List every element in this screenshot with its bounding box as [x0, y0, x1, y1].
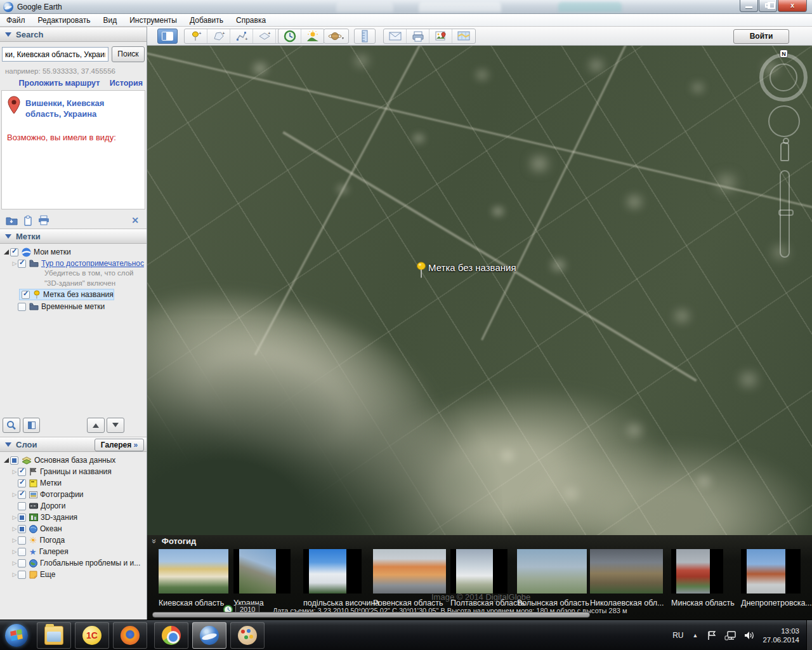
places-item-temporary-places[interactable]: Временные метки — [11, 301, 105, 312]
hidden-icons-arrow[interactable]: ▲ — [693, 632, 698, 639]
print-button[interactable] — [407, 29, 429, 43]
layer-more[interactable]: ▷ Еще — [11, 569, 55, 580]
layer-global-awareness[interactable]: ▷ Глобальные проблемы и и... — [11, 557, 140, 569]
close-button[interactable]: x — [778, 0, 807, 12]
view-in-maps-button[interactable] — [452, 29, 475, 43]
expand-arrow-icon[interactable] — [4, 249, 9, 255]
taskbar-google-earth-button[interactable] — [192, 622, 226, 649]
layer-weather[interactable]: ▷ ☀ Погода — [11, 534, 65, 546]
checkbox[interactable] — [18, 536, 26, 545]
photo-strip-header[interactable]: » Фотогид — [152, 536, 196, 546]
taskbar-paint-button[interactable] — [230, 622, 265, 649]
save-image-button[interactable] — [429, 29, 452, 43]
toggle-sidebar-button[interactable] — [157, 29, 178, 44]
places-panel-header[interactable]: Метки — [0, 229, 147, 244]
historical-imagery-button[interactable] — [278, 29, 301, 43]
checkbox[interactable] — [18, 548, 26, 556]
places-item-my-places[interactable]: ✓ Мои метки — [3, 246, 71, 258]
photo-thumbnail[interactable] — [239, 549, 276, 594]
network-icon[interactable] — [724, 630, 737, 640]
expand-arrow-icon[interactable]: ▷ — [11, 468, 18, 475]
add-polygon-button[interactable]: + — [207, 29, 230, 43]
photo-thumbnail[interactable] — [159, 549, 228, 594]
next-result-button[interactable] — [107, 418, 124, 433]
search-button[interactable]: Поиск — [112, 46, 145, 62]
previous-result-button[interactable] — [87, 418, 105, 433]
photo-strip-scrollbar[interactable] — [152, 612, 590, 618]
volume-icon[interactable] — [744, 630, 755, 640]
language-indicator[interactable]: RU — [672, 631, 683, 640]
menu-add[interactable]: Добавить — [183, 14, 230, 26]
expand-arrow-icon[interactable]: ▷ — [11, 548, 18, 555]
layers-panel-header[interactable]: Слои Галерея » — [0, 437, 147, 452]
photo-item[interactable]: Николаевская обл... — [590, 549, 663, 610]
photo-thumbnail[interactable] — [747, 549, 785, 594]
photo-thumbnail[interactable] — [456, 549, 493, 594]
expand-arrow-icon[interactable]: ▷ — [11, 571, 18, 578]
photo-item[interactable]: Киевская область — [159, 549, 228, 610]
get-directions-link[interactable]: Проложить маршрут — [19, 79, 100, 88]
search-panel-header[interactable]: Search — [0, 27, 147, 42]
menu-help[interactable]: Справка — [230, 14, 272, 26]
layer-borders-labels[interactable]: ▷ ✓ Границы и названия — [11, 466, 112, 477]
expand-arrow-icon[interactable]: ▷ — [11, 491, 18, 498]
title-bar[interactable]: Google Earth x — [0, 0, 812, 14]
photo-thumbnail[interactable] — [676, 549, 710, 594]
checkbox[interactable] — [18, 525, 26, 533]
start-button[interactable] — [5, 624, 28, 647]
add-path-button[interactable]: + — [230, 29, 253, 43]
close-search-results-icon[interactable]: ✕ — [131, 215, 139, 225]
restore-button[interactable] — [759, 0, 777, 12]
checkbox[interactable] — [18, 514, 26, 522]
sign-in-button[interactable]: Войти — [733, 29, 789, 44]
taskbar-explorer-button[interactable] — [37, 622, 71, 649]
sunlight-button[interactable] — [301, 29, 324, 43]
expand-arrow-icon[interactable]: ▷ — [11, 514, 18, 521]
checkbox[interactable]: ✓ — [18, 491, 26, 499]
expand-arrow-icon[interactable]: ▷ — [11, 560, 18, 566]
photo-item[interactable]: Днепропетровска... — [741, 549, 801, 610]
photo-item[interactable]: подільська височина — [303, 549, 362, 610]
ruler-button[interactable] — [354, 29, 376, 44]
zoom-slider[interactable] — [780, 170, 790, 258]
checkbox[interactable]: ✓ — [22, 291, 30, 299]
places-item-sightseeing-tour[interactable]: ▷ ✓ Тур по достопримечательнос — [11, 258, 144, 269]
layer-gallery[interactable]: ▷ ★ Галерея — [11, 546, 69, 557]
checkbox[interactable] — [18, 559, 26, 567]
show-desktop-button[interactable] — [806, 620, 812, 650]
gallery-button[interactable]: Галерея » — [95, 439, 144, 451]
photo-thumbnail[interactable] — [309, 549, 346, 594]
expand-arrow-icon[interactable]: ▷ — [11, 537, 18, 543]
photo-thumbnail[interactable] — [590, 549, 663, 594]
find-places-button[interactable] — [3, 418, 20, 433]
checkbox[interactable] — [18, 303, 26, 311]
collapse-strip-icon[interactable]: » — [150, 539, 159, 543]
checkbox[interactable] — [10, 456, 18, 465]
print-icon[interactable] — [38, 215, 49, 225]
menu-view[interactable]: Вид — [96, 14, 123, 26]
photo-item[interactable]: Минская область — [671, 549, 723, 610]
photo-item[interactable]: Украина — [233, 549, 291, 610]
action-center-flag-icon[interactable] — [707, 630, 717, 640]
layer-photos[interactable]: ▷ ✓ Фотографии — [11, 489, 84, 500]
taskbar-clock[interactable]: 13:03 27.06.2014 — [763, 627, 799, 644]
layer-placemarks[interactable]: ✓ Метки — [11, 477, 62, 489]
checkbox[interactable]: ✓ — [10, 248, 18, 256]
checkbox[interactable] — [18, 571, 26, 579]
expand-arrow-icon[interactable] — [4, 458, 9, 463]
red-placemark-icon[interactable] — [7, 96, 21, 115]
email-button[interactable] — [384, 29, 407, 43]
layer-3d-buildings[interactable]: ▷ 3D-здания — [11, 512, 77, 523]
search-input[interactable] — [2, 47, 108, 62]
add-image-overlay-button[interactable]: + — [253, 29, 276, 43]
checkbox[interactable]: ✓ — [18, 468, 26, 476]
pegman-icon[interactable] — [780, 142, 789, 161]
checkbox[interactable] — [18, 502, 26, 510]
add-placemark-button[interactable]: + — [185, 29, 207, 43]
compass-inner-ring[interactable] — [769, 63, 797, 91]
map-pushpin-icon[interactable] — [416, 262, 427, 279]
minimize-button[interactable] — [740, 0, 758, 12]
checkbox[interactable]: ✓ — [18, 479, 26, 488]
taskbar-chrome-button[interactable] — [154, 622, 188, 649]
menu-edit[interactable]: Редактировать — [32, 14, 97, 26]
